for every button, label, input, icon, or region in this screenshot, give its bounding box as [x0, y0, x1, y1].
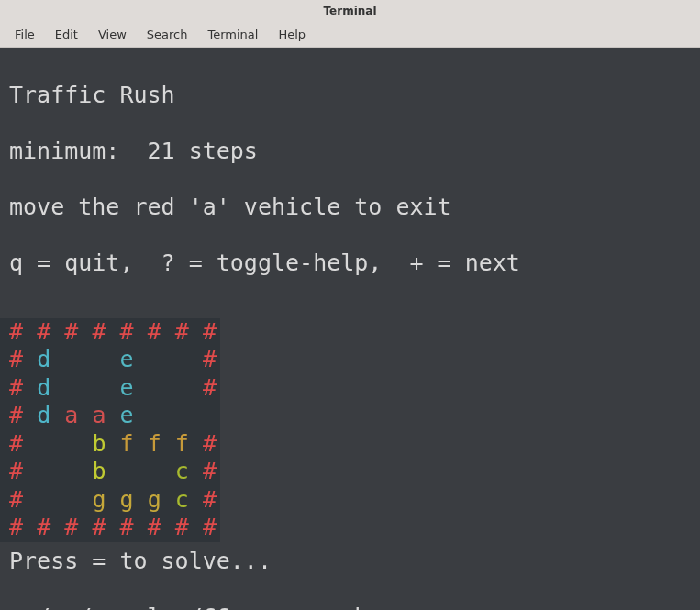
empty-cell [64, 374, 78, 401]
minimum-steps-line: minimum: 21 steps [9, 138, 691, 166]
wall-cell: # [203, 374, 217, 401]
board-row: # b c # [9, 458, 217, 486]
empty-cell [37, 486, 50, 513]
empty-cell [23, 486, 37, 513]
empty-cell [203, 402, 217, 428]
empty-cell [189, 486, 203, 513]
wall-cell: # [9, 458, 23, 484]
vehicle-g-cell: g [148, 486, 161, 513]
wall-cell: # [92, 514, 106, 540]
empty-cell [189, 374, 203, 401]
vehicle-g-cell: g [120, 486, 134, 513]
empty-cell [189, 430, 203, 457]
wall-cell: # [148, 514, 161, 540]
wall-cell: # [9, 402, 23, 428]
wall-cell: # [148, 318, 161, 345]
wall-cell: # [120, 514, 134, 540]
empty-cell [37, 430, 50, 457]
empty-cell [106, 346, 119, 372]
empty-cell [134, 430, 148, 457]
keys-line: q = quit, ? = toggle-help, + = next [9, 250, 691, 278]
empty-cell [189, 458, 203, 484]
wall-cell: # [120, 318, 134, 345]
empty-cell [189, 514, 203, 540]
terminal-output[interactable]: Traffic Rush minimum: 21 steps move the … [0, 48, 700, 610]
window-title: Terminal [323, 5, 376, 17]
board-row: # d e # [9, 374, 217, 403]
menu-edit[interactable]: Edit [46, 24, 87, 45]
empty-cell [189, 346, 203, 372]
empty-cell [78, 430, 92, 457]
empty-cell [175, 402, 189, 428]
empty-cell [106, 318, 119, 345]
empty-cell [175, 374, 189, 401]
empty-cell [148, 458, 161, 484]
empty-cell [78, 458, 92, 484]
empty-cell [175, 346, 189, 372]
empty-cell [189, 402, 203, 428]
goal-line: move the red 'a' vehicle to exit [9, 194, 691, 222]
empty-cell [50, 402, 64, 428]
empty-cell [50, 430, 64, 457]
empty-cell [148, 402, 161, 428]
empty-cell [106, 458, 119, 484]
vehicle-g-cell: g [92, 486, 106, 513]
vehicle-d-cell: d [37, 346, 50, 372]
empty-cell [50, 346, 64, 372]
vehicle-f-cell: f [175, 430, 189, 457]
wall-cell: # [9, 318, 23, 345]
empty-cell [106, 486, 119, 513]
wall-cell: # [37, 318, 50, 345]
menu-view[interactable]: View [89, 24, 136, 45]
empty-cell [106, 430, 119, 457]
vehicle-c-cell: c [175, 486, 189, 513]
empty-cell [78, 514, 92, 540]
empty-cell [78, 318, 92, 345]
empty-cell [106, 374, 119, 401]
wall-cell: # [9, 514, 23, 540]
empty-cell [161, 374, 175, 401]
empty-cell [64, 346, 78, 372]
empty-cell [161, 430, 175, 457]
wall-cell: # [9, 346, 23, 372]
empty-cell [106, 514, 119, 540]
empty-cell [148, 374, 161, 401]
vehicle-f-cell: f [148, 430, 161, 457]
menu-search[interactable]: Search [138, 24, 197, 45]
vehicle-c-cell: c [175, 458, 189, 484]
wall-cell: # [64, 514, 78, 540]
menu-help[interactable]: Help [269, 24, 315, 45]
puzzle-path: ../../puzzles/CC_easy.rush [9, 604, 691, 611]
board-row: # b f f f # [9, 430, 217, 459]
wall-cell: # [203, 346, 217, 372]
menu-file[interactable]: File [6, 24, 44, 45]
empty-cell [23, 458, 37, 484]
wall-cell: # [203, 514, 217, 540]
solve-line: Press = to solve... [9, 548, 691, 576]
empty-cell [161, 514, 175, 540]
empty-cell [120, 458, 134, 484]
game-title: Traffic Rush [9, 82, 691, 110]
wall-cell: # [203, 486, 217, 513]
wall-cell: # [203, 318, 217, 345]
empty-cell [161, 458, 175, 484]
game-board: # # # # # # # ## d e ## d e ## d a a e #… [0, 318, 220, 542]
vehicle-a-cell: a [64, 402, 78, 428]
empty-cell [23, 374, 37, 401]
empty-cell [106, 402, 119, 428]
vehicle-e-cell: e [120, 346, 134, 372]
empty-cell [134, 514, 148, 540]
vehicle-d-cell: d [37, 374, 50, 401]
empty-cell [23, 318, 37, 345]
menu-terminal[interactable]: Terminal [198, 24, 267, 45]
empty-cell [64, 486, 78, 513]
window-titlebar: Terminal [0, 0, 700, 22]
board-row: # # # # # # # # [9, 318, 217, 347]
empty-cell [78, 402, 92, 428]
wall-cell: # [64, 318, 78, 345]
empty-cell [23, 346, 37, 372]
empty-cell [37, 458, 50, 484]
empty-cell [148, 346, 161, 372]
empty-cell [64, 430, 78, 457]
menubar: File Edit View Search Terminal Help [0, 22, 700, 48]
